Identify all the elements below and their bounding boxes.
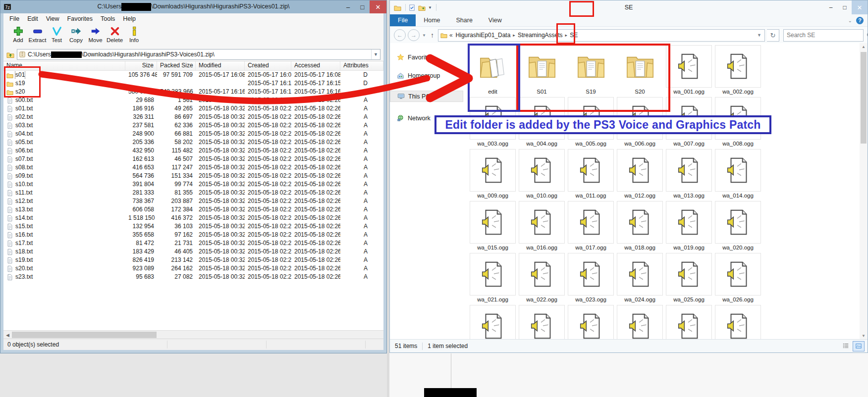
maximize-button[interactable]: □ — [838, 0, 852, 14]
file-item[interactable]: wa_002.ogg — [713, 45, 762, 97]
file-item[interactable] — [566, 305, 615, 340]
file-item[interactable]: wa_025.ogg — [664, 253, 713, 305]
file-item[interactable]: wa_019.ogg — [664, 201, 713, 253]
file-item[interactable]: wa_021.ogg — [468, 253, 517, 305]
ribbon-collapse-icon[interactable]: ⌄ — [848, 18, 852, 23]
file-item[interactable]: wa_009.ogg — [468, 149, 517, 201]
file-item[interactable]: wa_026.ogg — [713, 253, 762, 305]
file-item[interactable]: wa_015.ogg — [468, 201, 517, 253]
folder-item-S01[interactable]: S01 — [517, 45, 566, 97]
tab-share[interactable]: Share — [448, 14, 481, 26]
details-view-button[interactable] — [840, 341, 852, 351]
thumbnail-view-button[interactable] — [853, 341, 865, 351]
address-combobox[interactable]: C:\Users\Downloads\Higurashi\HigurashiPS… — [17, 49, 380, 60]
table-row[interactable]: s04.txt248 90066 8812015-05-18 00:322015… — [3, 130, 383, 138]
column-header-packed-size[interactable]: Packed Size — [157, 61, 196, 70]
table-row[interactable]: s07.txt162 61346 5072015-05-18 00:322015… — [3, 155, 383, 163]
menu-view[interactable]: View — [42, 14, 63, 23]
properties-icon[interactable] — [408, 4, 416, 11]
file-item[interactable]: wa_016.ogg — [517, 201, 566, 253]
breadcrumb-item[interactable]: SE — [570, 32, 578, 39]
folder-item-S19[interactable]: S19 — [566, 45, 615, 97]
address-dropdown-button[interactable]: ▼ — [371, 50, 380, 59]
sidebar-item-network[interactable]: Network — [390, 113, 463, 123]
copy-button[interactable]: Copy — [66, 25, 86, 44]
table-row[interactable]: s16.txt355 65897 1622015-05-18 00:322015… — [3, 231, 383, 239]
file-item[interactable]: wa_004.ogg — [517, 97, 566, 149]
tab-file[interactable]: File — [390, 14, 416, 26]
info-button[interactable]: Info — [124, 25, 144, 44]
sidebar-item-thispc[interactable]: This PC — [390, 91, 463, 102]
table-row[interactable]: s11.txt281 33381 3552015-05-18 00:322015… — [3, 189, 383, 197]
back-button[interactable]: ← — [394, 29, 406, 41]
move-button[interactable]: Move — [86, 25, 105, 44]
file-item[interactable]: wa_006.ogg — [615, 97, 664, 149]
table-row[interactable]: s15.txt132 95436 1032015-05-18 00:322015… — [3, 222, 383, 231]
scroll-down-arrow-icon[interactable]: ▼ — [860, 334, 868, 338]
delete-button[interactable]: Delete — [105, 25, 124, 44]
menu-file[interactable]: File — [5, 14, 23, 23]
qat-dropdown-icon[interactable]: ▼ — [428, 5, 432, 10]
table-row[interactable]: s14.txt1 518 150416 3722015-05-18 00:322… — [3, 214, 383, 222]
breadcrumb-collapsed[interactable]: « — [449, 32, 453, 39]
new-folder-icon[interactable] — [418, 4, 426, 11]
file-item[interactable]: wa_005.ogg — [566, 97, 615, 149]
file-item[interactable] — [664, 305, 713, 340]
test-button[interactable]: Test — [47, 25, 66, 44]
file-item[interactable]: wa_008.ogg — [713, 97, 762, 149]
folder-item-edit[interactable]: edit — [468, 45, 517, 97]
forward-button[interactable]: → — [408, 29, 420, 41]
file-item[interactable] — [615, 305, 664, 340]
table-row[interactable]: s05.txt205 33658 2022015-05-18 00:322015… — [3, 138, 383, 147]
breadcrumb-item[interactable]: StreamingAssets — [518, 32, 563, 39]
table-row[interactable]: s12.txt738 367203 8872015-05-18 00:32201… — [3, 197, 383, 205]
sidebar-item-homegroup[interactable]: Homegroup — [390, 70, 463, 81]
table-row[interactable]: s10.txt391 80499 7742015-05-18 00:322015… — [3, 180, 383, 189]
table-row[interactable]: s17.txt81 47221 7312015-05-18 00:322015-… — [3, 239, 383, 248]
file-item[interactable]: wa_010.ogg — [517, 149, 566, 201]
horizontal-scrollbar[interactable]: ◀ — [3, 330, 383, 339]
file-item[interactable] — [713, 305, 762, 340]
menu-edit[interactable]: Edit — [23, 14, 42, 23]
menu-favorites[interactable]: Favorites — [63, 14, 97, 23]
up-button[interactable]: ↑ — [431, 31, 434, 39]
add-button[interactable]: Add — [8, 25, 28, 44]
column-header-name[interactable]: Name — [3, 61, 125, 70]
table-row[interactable]: s13.txt606 058172 3842015-05-18 00:32201… — [3, 205, 383, 214]
table-row[interactable]: s03.txt237 58162 3362015-05-18 00:322015… — [3, 121, 383, 130]
scroll-left-arrow-icon[interactable]: ◀ — [3, 333, 12, 338]
file-item[interactable]: wa_011.ogg — [566, 149, 615, 201]
table-row[interactable]: s20.txt923 089264 1622015-05-18 00:32201… — [3, 264, 383, 273]
menu-help[interactable]: Help — [119, 14, 140, 23]
table-row[interactable]: s20580 093 725543 383 9662015-05-17 16:1… — [3, 88, 383, 96]
scroll-up-arrow-icon[interactable]: ▲ — [860, 45, 868, 49]
folder-item-S20[interactable]: S20 — [615, 45, 664, 97]
search-input[interactable] — [784, 32, 867, 39]
file-item[interactable]: wa_003.ogg — [468, 97, 517, 149]
table-row[interactable]: s23.txt95 68327 0822015-05-18 00:322015-… — [3, 273, 383, 281]
maximize-button[interactable]: □ — [355, 0, 370, 13]
close-button[interactable]: ✕ — [370, 0, 386, 13]
table-row[interactable]: s18.txt183 42946 4052015-05-18 00:322015… — [3, 248, 383, 256]
table-row[interactable]: s01.txt186 91649 2652015-05-18 00:322015… — [3, 104, 383, 113]
root-folder-icon[interactable] — [6, 50, 14, 58]
minimize-button[interactable]: – — [341, 0, 355, 13]
column-header-attributes[interactable]: Attributes — [340, 61, 383, 70]
tab-view[interactable]: View — [481, 14, 510, 26]
file-item[interactable]: wa_012.ogg — [615, 149, 664, 201]
breadcrumb-item[interactable]: HigurashiEp01_Data — [456, 32, 511, 39]
file-item[interactable]: wa_001.ogg — [664, 45, 713, 97]
address-dropdown-icon[interactable]: ▼ — [754, 33, 764, 38]
table-row[interactable]: s01105 376 48197 591 7092015-05-17 16:08… — [3, 71, 383, 79]
address-bar[interactable]: « HigurashiEp01_Data▸StreamingAssets▸SE … — [438, 29, 765, 42]
file-item[interactable]: wa_014.ogg — [713, 149, 762, 201]
column-header-created[interactable]: Created — [245, 61, 291, 70]
file-item[interactable]: wa_020.ogg — [713, 201, 762, 253]
column-header-accessed[interactable]: Accessed — [291, 61, 340, 70]
column-header-size[interactable]: Size — [125, 61, 157, 70]
column-header-modified[interactable]: Modified — [196, 61, 245, 70]
horizontal-scrollbar-thumb[interactable] — [12, 332, 157, 338]
file-item[interactable]: wa_007.ogg — [664, 97, 713, 149]
extract-button[interactable]: Extract — [28, 25, 47, 44]
vertical-scrollbar[interactable]: ▲ ▼ — [860, 43, 868, 340]
